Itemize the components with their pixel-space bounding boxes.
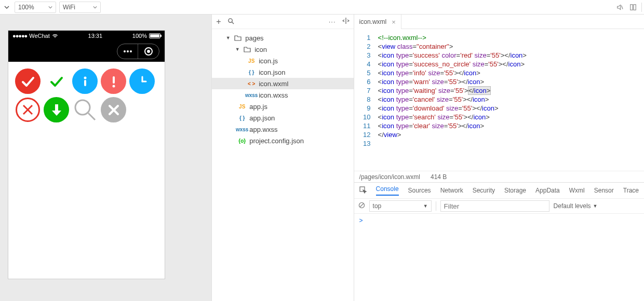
code-line [378, 139, 527, 148]
tree-item-app-wxss[interactable]: wxssapp.wxss [212, 124, 353, 135]
devtools-tab-trace[interactable]: Trace [623, 187, 639, 194]
capsule-close-button[interactable] [138, 44, 159, 59]
code-line: <icon type='waiting' size='55'></icon> [378, 86, 527, 95]
tree-item-icon-wxml[interactable]: < >icon.wxml [212, 78, 353, 89]
tree-item-icon-wxss[interactable]: wxssicon.wxss [212, 89, 353, 101]
devtools-tab-console[interactable]: Console [376, 185, 399, 196]
tree-item-icon[interactable]: ▼icon [212, 44, 353, 55]
file-type-icon: JS [235, 104, 249, 110]
code-editor[interactable]: 12345678910111213 <!--icon.wxml--><view … [354, 29, 644, 171]
svg-line-20 [88, 113, 95, 120]
tree-item-label: app.wxss [249, 126, 277, 133]
tree-item-label: app.js [249, 103, 267, 111]
code-line: <icon type='success' color='red' size='5… [378, 51, 527, 60]
tree-item-label: app.json [249, 114, 275, 122]
tree-item-icon-json[interactable]: { }icon.json [212, 66, 353, 78]
levels-label: Default levels [554, 202, 591, 210]
clear-console-icon[interactable] [358, 202, 365, 210]
svg-point-19 [75, 100, 90, 115]
editor-tab[interactable]: icon.wxml × [354, 15, 401, 29]
phone-simulator[interactable]: ●●●●● WeChat 13:31 100% [8, 30, 165, 279]
code-line: <view class="container"> [378, 42, 527, 51]
file-type-icon: {o} [235, 138, 249, 144]
network-selector[interactable]: WiFi [59, 2, 101, 13]
devtools-tab-sources[interactable]: Sources [408, 187, 431, 194]
battery-icon [149, 33, 160, 38]
divider [641, 3, 642, 12]
console-prompt: > [359, 217, 363, 224]
devtools-tab-appdata[interactable]: AppData [535, 187, 560, 194]
tree-expand-icon[interactable]: ▼ [225, 35, 231, 40]
collapse-panel-button[interactable] [342, 17, 350, 26]
tree-item-label: icon.wxml [259, 80, 288, 88]
svg-point-5 [130, 50, 132, 52]
top-toolbar: 100% WiFi [0, 0, 644, 15]
folder-icon [231, 35, 245, 41]
tree-item-label: icon.json [259, 69, 285, 76]
mute-icon[interactable] [614, 2, 625, 12]
editor-tabs: icon.wxml × [354, 15, 644, 29]
log-levels-selector[interactable]: Default levels ▼ [554, 202, 598, 210]
icon-success_no_circle [42, 67, 71, 95]
svg-rect-17 [55, 104, 58, 112]
search-files-button[interactable] [227, 18, 234, 26]
tree-item-label: pages [245, 34, 263, 42]
editor-panel: icon.wxml × 12345678910111213 <!--icon.w… [354, 15, 644, 301]
code-line: <icon type='cancel' size='55'></icon> [378, 95, 527, 104]
devtools-tab-network[interactable]: Network [440, 187, 463, 194]
tree-item-project-config-json[interactable]: {o}project.config.json [212, 135, 353, 146]
svg-rect-10 [113, 76, 115, 84]
devtools-tab-sensor[interactable]: Sensor [594, 187, 614, 194]
phone-nav-bar: ●●●●● WeChat 13:31 100% [8, 31, 165, 62]
code-line: <icon type='warn' size='55'></icon> [378, 77, 527, 86]
battery-label: 100% [132, 33, 147, 39]
context-selector[interactable]: top ▼ [369, 200, 432, 212]
add-file-button[interactable]: + [216, 17, 221, 26]
code-line: <icon type='clear' size='55'></icon> [378, 121, 527, 130]
dock-icon[interactable] [628, 2, 638, 12]
icon-clear [99, 95, 128, 124]
console-output[interactable]: > [354, 214, 644, 301]
element-picker-icon[interactable] [359, 186, 367, 195]
icon-info [71, 67, 99, 95]
code-line: </view> [378, 130, 527, 139]
devtools-panel: ConsoleSourcesNetworkSecurityStorageAppD… [354, 182, 644, 301]
devtools-tab-wxml[interactable]: Wxml [569, 187, 585, 194]
device-select-chevron[interactable] [2, 3, 11, 12]
svg-line-28 [359, 203, 363, 207]
icon-download [42, 95, 71, 124]
svg-rect-1 [630, 4, 633, 10]
clock-label: 13:31 [88, 33, 103, 39]
capsule-menu [117, 44, 159, 59]
file-type-icon: { } [235, 115, 249, 121]
capsule-more-button[interactable] [117, 44, 138, 59]
more-options-button[interactable]: ··· [329, 18, 336, 25]
tree-expand-icon[interactable]: ▼ [235, 47, 240, 52]
zoom-selector[interactable]: 100% [15, 2, 56, 13]
code-line: <icon type='info' size='55'></icon> [378, 69, 527, 77]
tree-item-pages[interactable]: ▼pages [212, 32, 353, 44]
icon-container [14, 67, 159, 124]
tree-item-app-js[interactable]: JSapp.js [212, 101, 353, 112]
tree-item-label: icon [254, 46, 267, 53]
console-filter-input[interactable] [440, 200, 549, 212]
icon-search [71, 95, 99, 124]
file-tree: ▼pages▼iconJSicon.js{ }icon.json< >icon.… [212, 29, 353, 149]
tree-item-app-json[interactable]: { }app.json [212, 112, 353, 124]
devtools-tab-security[interactable]: Security [473, 187, 495, 194]
devtools-tab-storage[interactable]: Storage [504, 187, 526, 194]
svg-line-24 [232, 22, 234, 24]
tree-item-icon-js[interactable]: JSicon.js [212, 55, 353, 66]
tree-item-label: icon.wxss [259, 91, 288, 99]
file-explorer: + ··· ▼pages▼iconJSicon.js{ }icon.json< … [211, 15, 354, 301]
icon-warn [99, 67, 128, 95]
file-type-icon: wxss [235, 127, 249, 132]
svg-point-8 [84, 76, 86, 79]
tab-close-button[interactable]: × [392, 18, 396, 26]
zoom-value: 100% [18, 4, 34, 11]
svg-point-7 [147, 50, 150, 53]
file-type-icon: JS [244, 58, 259, 64]
wifi-icon [52, 33, 58, 38]
tree-item-label: icon.js [259, 57, 278, 65]
svg-marker-18 [52, 111, 61, 116]
